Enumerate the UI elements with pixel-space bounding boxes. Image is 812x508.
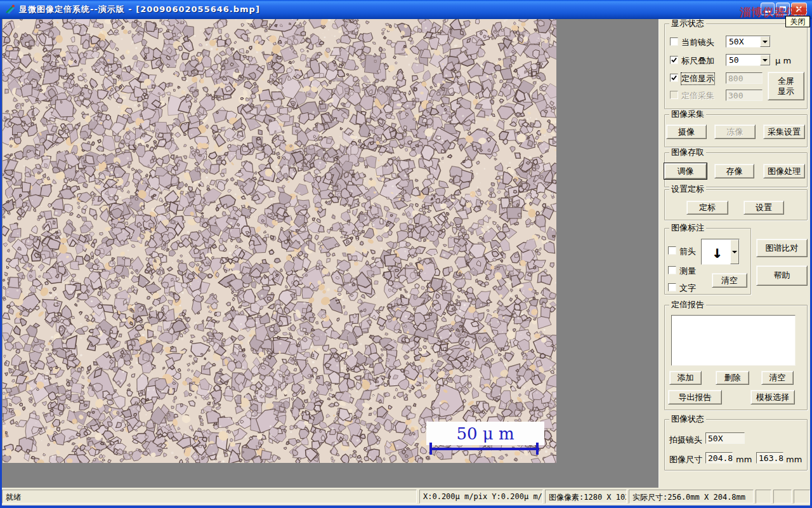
export-report-button[interactable]: 导出报告 bbox=[668, 390, 722, 404]
chevron-down-icon bbox=[763, 59, 768, 62]
close-button[interactable] bbox=[791, 3, 807, 15]
check-icon bbox=[671, 57, 677, 63]
scale-bar-overlay: 50 μ m bbox=[426, 422, 544, 457]
shoot-button[interactable]: 摄像 bbox=[666, 124, 707, 139]
scale-overlay-unit: μ m bbox=[775, 56, 791, 65]
group-calibration: 设置定标 bbox=[664, 189, 808, 220]
status-spare-2 bbox=[773, 490, 792, 504]
atlas-compare-button[interactable]: 图谱比对 bbox=[756, 239, 808, 257]
group-storage-title: 图像存取 bbox=[669, 148, 706, 157]
report-list[interactable] bbox=[671, 315, 796, 366]
shoot-lens-label: 拍摄镜头 bbox=[669, 434, 702, 446]
maximize-button[interactable] bbox=[776, 3, 790, 15]
window-title: 显微图像定倍系统--演示版 - [20090602055646.bmp] bbox=[19, 4, 260, 15]
check-icon bbox=[671, 75, 677, 81]
fullscreen-button[interactable]: 全屏 显示 bbox=[768, 72, 804, 100]
fixed-display-checkbox[interactable] bbox=[670, 74, 678, 82]
fixed-display-label[interactable]: 定倍显示 bbox=[681, 73, 714, 84]
calibration-settings-button[interactable]: 设置 bbox=[743, 201, 784, 215]
fixed-capture-checkbox bbox=[670, 91, 678, 99]
image-viewport: 50 μ m bbox=[2, 19, 658, 488]
scale-bar-label-box: 50 μ m bbox=[426, 422, 544, 445]
status-bar: 就绪 X:0.200μ m/pix Y:0.200μ m/pix 图像像素:12… bbox=[2, 488, 810, 505]
current-lens-label[interactable]: 当前镜头 bbox=[681, 37, 714, 48]
image-height-value: 163.8 bbox=[756, 452, 783, 464]
arrow-style-select[interactable]: ↓ bbox=[701, 239, 740, 265]
status-pixel-scale: X:0.200μ m/pix Y:0.200μ m/pix bbox=[419, 490, 543, 504]
image-width-unit: mm bbox=[736, 455, 752, 464]
scale-bar-line bbox=[430, 448, 539, 450]
fixed-capture-input: 300 bbox=[726, 90, 763, 101]
arrow-style-value: ↓ bbox=[702, 243, 730, 260]
current-lens-dropdown-button[interactable] bbox=[760, 36, 770, 47]
scale-overlay-dropdown-button[interactable] bbox=[760, 55, 770, 65]
capture-settings-button[interactable]: 采集设置 bbox=[763, 124, 805, 139]
annotation-clear-button[interactable]: 清空 bbox=[712, 273, 747, 288]
group-calibration-title: 设置定标 bbox=[669, 185, 706, 194]
control-panel: 显示状态 当前镜头 50X 标尺叠加 50 μ m 定倍显示 800 全屏 显示… bbox=[658, 19, 810, 488]
fullscreen-label-line2: 显示 bbox=[778, 86, 794, 97]
scale-overlay-select[interactable]: 50 bbox=[726, 54, 771, 66]
measure-checkbox[interactable] bbox=[668, 266, 676, 274]
image-process-button[interactable]: 图像处理 bbox=[763, 164, 805, 178]
close-tooltip: 关闭 bbox=[785, 16, 810, 27]
scale-overlay-checkbox[interactable] bbox=[670, 56, 678, 64]
image-height-unit: mm bbox=[786, 455, 802, 464]
help-button[interactable]: 帮助 bbox=[756, 265, 808, 286]
chevron-down-icon bbox=[763, 41, 768, 43]
fixed-display-input: 800 bbox=[726, 72, 763, 84]
group-annotation-title: 图像标注 bbox=[669, 224, 706, 232]
scale-bar-tick-left bbox=[429, 443, 432, 455]
current-lens-value: 50X bbox=[726, 37, 760, 46]
save-image-button[interactable]: 存像 bbox=[714, 164, 754, 178]
app-window: 显微图像定倍系统--演示版 - [20090602055646.bmp] 淄博仪… bbox=[0, 0, 812, 508]
arrow-checkbox[interactable] bbox=[668, 246, 676, 255]
arrow-label[interactable]: 箭头 bbox=[679, 246, 696, 257]
minimize-button[interactable] bbox=[761, 3, 775, 15]
freeze-button: 冻像 bbox=[714, 124, 756, 139]
report-add-button[interactable]: 添加 bbox=[669, 371, 702, 385]
scale-overlay-label[interactable]: 标尺叠加 bbox=[681, 55, 714, 67]
app-icon bbox=[4, 4, 16, 15]
image-size-label: 图像尺寸 bbox=[669, 454, 702, 465]
chevron-down-icon bbox=[732, 251, 737, 253]
text-label[interactable]: 文字 bbox=[679, 283, 696, 294]
title-bar: 显微图像定倍系统--演示版 - [20090602055646.bmp] 淄博仪… bbox=[0, 0, 812, 19]
shoot-lens-value: 50X bbox=[705, 432, 745, 444]
status-ready: 就绪 bbox=[2, 490, 417, 504]
measure-label[interactable]: 测量 bbox=[679, 265, 696, 277]
load-image-button[interactable]: 调像 bbox=[664, 163, 707, 179]
status-image-pixels: 图像像素:1280 X 1024 bbox=[545, 490, 627, 504]
template-select-button[interactable]: 模板选择 bbox=[750, 390, 795, 404]
scale-bar-label: 50 μ m bbox=[456, 424, 514, 443]
current-lens-checkbox[interactable] bbox=[670, 37, 678, 46]
report-clear-button[interactable]: 清空 bbox=[761, 371, 794, 385]
fixed-capture-label: 定倍采集 bbox=[681, 90, 714, 102]
image-width-value: 204.8 bbox=[705, 452, 733, 464]
text-checkbox[interactable] bbox=[668, 283, 676, 291]
status-actual-size: 实际尺寸:256.0mm X 204.8mm bbox=[629, 490, 754, 504]
microscopy-image bbox=[3, 19, 556, 463]
report-delete-button[interactable]: 删除 bbox=[716, 371, 749, 385]
group-image-status-title: 图像状态 bbox=[669, 415, 706, 424]
scale-bar-tick-right bbox=[536, 443, 539, 455]
group-display-status-title: 显示状态 bbox=[669, 19, 706, 28]
status-spare-3 bbox=[794, 490, 810, 504]
current-lens-select[interactable]: 50X bbox=[726, 36, 771, 48]
group-report-title: 定倍报告 bbox=[669, 300, 706, 309]
restore-icon bbox=[780, 6, 786, 12]
status-spare-1 bbox=[756, 490, 771, 504]
calibrate-button[interactable]: 定标 bbox=[686, 201, 728, 215]
group-capture-title: 图像采集 bbox=[669, 110, 706, 119]
close-icon bbox=[796, 6, 802, 13]
arrow-style-dropdown-button[interactable] bbox=[730, 239, 739, 264]
minimize-icon bbox=[765, 11, 771, 13]
fullscreen-label-line1: 全屏 bbox=[778, 76, 794, 86]
scale-overlay-value: 50 bbox=[726, 55, 760, 65]
